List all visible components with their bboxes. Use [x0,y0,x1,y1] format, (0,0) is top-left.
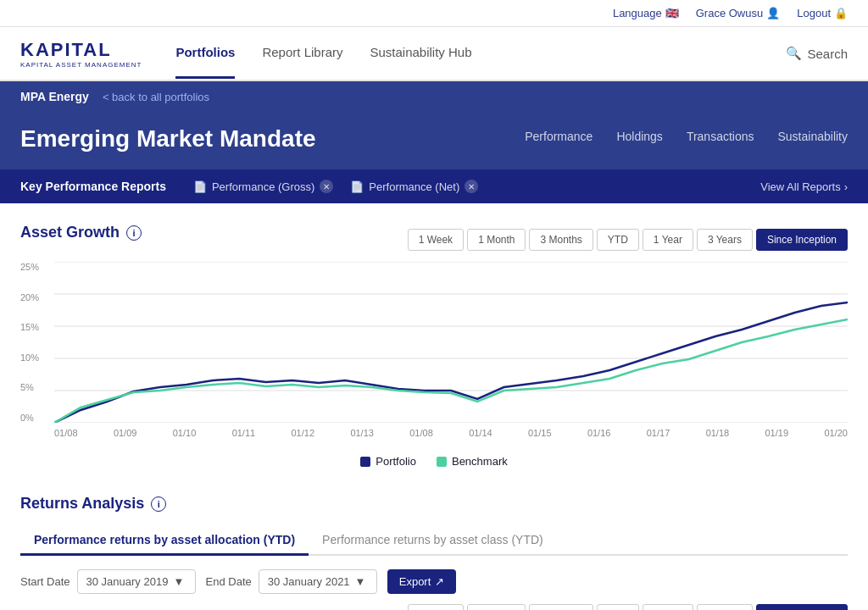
nav-sustainability-hub[interactable]: Sustainability Hub [370,28,471,79]
returns-filter-since-inception[interactable]: Since Inception [756,604,848,610]
x-label-0118: 01/18 [706,428,730,448]
filter-3months[interactable]: 3 Months [529,229,593,251]
report-net-label: Performance (Net) [369,180,459,193]
start-date-control: Start Date 30 January 2019 ▼ [20,569,196,594]
tab-transactions[interactable]: Transactions [687,130,754,148]
end-date-value: 30 January 2021 [268,575,350,588]
logout-label: Logout [797,7,831,19]
back-to-portfolios-link[interactable]: < back to all portfolios [103,91,209,103]
chevron-right-icon: › [844,180,848,193]
export-label: Export [399,575,431,588]
returns-analysis-tabs: Performance returns by asset allocation … [20,526,848,556]
returns-analysis-label: Returns Analysis [20,495,144,513]
filter-3years[interactable]: 3 Years [697,229,753,251]
returns-analysis-info-icon[interactable]: i [151,496,166,512]
asset-growth-info-icon[interactable]: i [126,225,142,241]
x-label-0115: 01/15 [528,428,552,448]
user-profile-link[interactable]: Grace Owusu 👤 [696,7,780,19]
legend-benchmark-dot [437,457,447,467]
asset-growth-section: Asset Growth i 1 Week 1 Month 3 Months Y… [20,224,848,468]
report-performance-net[interactable]: 📄 Performance (Net) ✕ [350,180,478,193]
returns-analysis-title: Returns Analysis i [20,495,848,513]
returns-filter-1week[interactable]: 1 Week [408,604,464,610]
asset-growth-title: Asset Growth i [20,224,142,241]
chevron-down-icon: ▼ [173,575,184,588]
chart-y-labels: 25% 20% 15% 10% 5% 0% [20,262,51,423]
chart-header: Asset Growth i 1 Week 1 Month 3 Months Y… [20,224,848,255]
report-gross-close[interactable]: ✕ [320,180,333,193]
document-icon-net: 📄 [350,180,364,193]
legend-portfolio-dot [360,457,370,467]
asset-growth-time-filter: 1 Week 1 Month 3 Months YTD 1 Year 3 Yea… [408,229,848,251]
language-link[interactable]: Language 🇬🇧 [613,7,679,19]
portfolio-name: MPA Energy [20,90,89,103]
chart-legend: Portfolio Benchmark [20,455,848,468]
language-label: Language [613,7,662,19]
nav-bar: KAPITAL KAPITAL ASSET MANAGEMENT Portfol… [0,27,868,81]
x-label-0120: 01/20 [824,428,848,448]
end-date-control: End Date 30 January 2021 ▼ [206,569,377,594]
y-label-25: 25% [20,262,51,272]
tab-asset-allocation[interactable]: Performance returns by asset allocation … [20,526,309,556]
end-date-select[interactable]: 30 January 2021 ▼ [259,569,377,594]
chart-svg [54,262,848,423]
logo: KAPITAL KAPITAL ASSET MANAGEMENT [20,39,142,69]
x-label-0112: 01/12 [292,428,315,448]
search-icon: 🔍 [786,46,802,61]
tab-sustainability[interactable]: Sustainability [778,130,849,148]
filter-1month[interactable]: 1 Month [467,229,526,251]
view-all-reports-link[interactable]: View All Reports › [760,180,848,193]
y-label-0: 0% [20,413,51,423]
legend-benchmark: Benchmark [437,455,508,468]
x-label-0108: 01/08 [54,428,78,448]
x-label-0113: 01/13 [350,428,374,448]
logo-subtitle: KAPITAL ASSET MANAGEMENT [20,61,142,69]
document-icon: 📄 [193,180,207,193]
asset-growth-chart: 25% 20% 15% 10% 5% 0% [20,262,848,448]
nav-search-button[interactable]: 🔍 Search [786,46,848,61]
filter-1year[interactable]: 1 Year [643,229,693,251]
returns-filter-ytd[interactable]: YTD [597,604,639,610]
end-date-label: End Date [206,575,252,588]
returns-analysis-section: Returns Analysis i Performance returns b… [20,495,848,610]
logout-link[interactable]: Logout 🔒 [797,7,848,19]
nav-report-library[interactable]: Report Library [262,28,342,79]
search-label: Search [807,47,848,61]
view-all-label: View All Reports [760,180,840,193]
returns-filter-1month[interactable]: 1 Month [467,604,526,610]
nav-portfolios[interactable]: Portfolios [175,28,235,79]
x-label-0110: 01/10 [173,428,197,448]
start-date-label: Start Date [20,575,70,588]
returns-filter-1year[interactable]: 1 Year [643,604,693,610]
tab-holdings[interactable]: Holdings [616,130,662,148]
returns-filter-3months[interactable]: 3 Months [529,604,593,610]
portfolio-header: Emerging Market Mandate Performance Hold… [0,112,868,169]
returns-controls: Start Date 30 January 2019 ▼ End Date 30… [20,569,848,610]
filter-since-inception[interactable]: Since Inception [756,229,848,251]
user-icon: 👤 [766,7,780,19]
returns-filter-3years[interactable]: 3 Years [697,604,753,610]
y-label-15: 15% [20,322,51,332]
legend-portfolio: Portfolio [360,455,416,468]
legend-benchmark-label: Benchmark [452,455,508,468]
end-date-chevron-icon: ▼ [355,575,366,588]
legend-portfolio-label: Portfolio [376,455,416,468]
tab-asset-class[interactable]: Performance returns by asset class (YTD) [309,526,557,556]
asset-growth-label: Asset Growth [20,224,120,241]
export-icon: ↗ [435,575,444,588]
filter-1week[interactable]: 1 Week [408,229,464,251]
key-performance-reports-title: Key Performance Reports [20,180,166,193]
report-gross-label: Performance (Gross) [212,180,314,193]
nav-links: Portfolios Report Library Sustainability… [175,28,786,79]
start-date-select[interactable]: 30 January 2019 ▼ [77,569,196,594]
report-performance-gross[interactable]: 📄 Performance (Gross) ✕ [193,180,333,193]
lock-icon: 🔒 [834,7,848,19]
report-net-close[interactable]: ✕ [465,180,478,193]
portfolio-title: Emerging Market Mandate [20,125,316,152]
x-label-0108b: 01/08 [409,428,433,448]
portfolio-line [54,302,848,423]
tab-performance[interactable]: Performance [525,130,593,148]
x-label-0117: 01/17 [647,428,670,448]
export-button[interactable]: Export ↗ [387,569,457,594]
filter-ytd[interactable]: YTD [597,229,639,251]
